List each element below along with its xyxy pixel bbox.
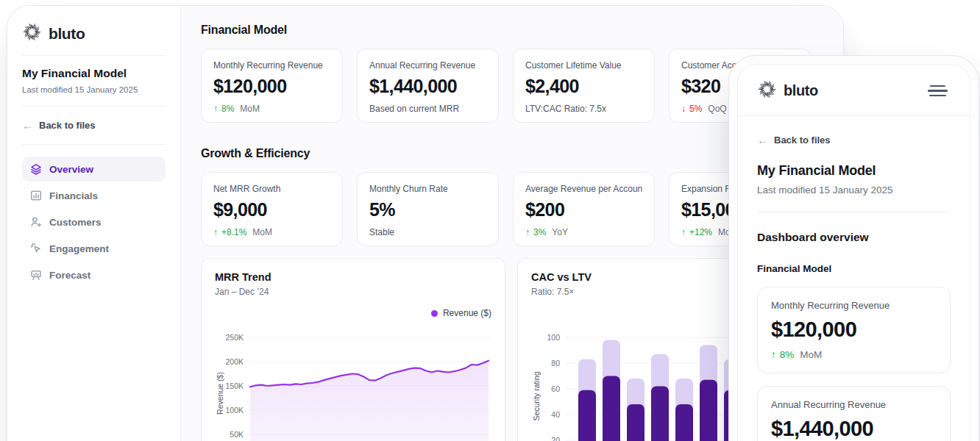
brand-logo: bluto: [22, 21, 166, 55]
divider: [757, 212, 951, 212]
brand-name: bluto: [784, 82, 818, 99]
user-plus-icon: [30, 216, 42, 228]
sidebar-item-customers[interactable]: Customers: [22, 209, 166, 234]
kpi-card: Monthly Recurring Revenue$120,000↑8%MoM: [757, 287, 951, 373]
kpi-value: $1,440,000: [369, 76, 486, 97]
sunburst-logo-icon: [757, 79, 777, 102]
kpi-delta: ↑+8.1%MoM: [213, 227, 330, 237]
kpi-card: Net MRR Growth$9,000↑+8.1%MoM: [201, 172, 343, 246]
svg-text:20: 20: [551, 436, 560, 441]
mrr-trend-chart-card: MRR Trend Jan – Dec ’24 Revenue ($) 250K…: [201, 258, 505, 441]
svg-text:150K: 150K: [225, 381, 244, 390]
sidebar-item-label: Engagement: [49, 243, 109, 254]
last-modified: Last modified 15 January 2025: [757, 184, 951, 196]
chart-title: MRR Trend: [215, 271, 491, 283]
kpi-delta: ↑8%MoM: [771, 349, 937, 360]
kpi-card: Annual Recurring Revenue$1,440,000Based …: [757, 386, 951, 441]
arrow-up-icon: ↑: [213, 227, 218, 237]
svg-text:200K: 200K: [225, 357, 244, 366]
kpi-note: Stable: [369, 227, 486, 237]
kpi-value: $120,000: [213, 76, 330, 97]
kpi-note: LTV:CAC Ratio: 7.5x: [525, 104, 642, 114]
bar-chart-icon: [30, 190, 42, 201]
back-arrow-icon: ←: [22, 120, 33, 131]
svg-text:40: 40: [551, 410, 560, 419]
sidebar-item-label: Forecast: [49, 270, 90, 281]
svg-text:250K: 250K: [225, 333, 244, 342]
kpi-delta-unit: QoQ: [708, 104, 726, 114]
arrow-up-icon: ↑: [213, 104, 218, 114]
desktop-window: bluto My Financial Model Last modified 1…: [7, 6, 843, 441]
sidebar-item-label: Financials: [49, 190, 98, 201]
sidebar-item-forecast[interactable]: Forecast: [22, 262, 166, 287]
sidebar-nav: OverviewFinancialsCustomersEngagementFor…: [22, 145, 166, 287]
document-title: My Financial Model: [757, 163, 951, 179]
kpi-card: Customer Lifetime Value$2,400LTV:CAC Rat…: [513, 49, 655, 123]
kpi-delta-percent: 8%: [221, 104, 234, 114]
kpi-delta-unit: MoM: [252, 227, 272, 237]
arrow-up-icon: ↑: [771, 349, 776, 360]
kpi-note: Based on current MRR: [369, 104, 486, 114]
kpi-label: Average Revenue per Account: [525, 184, 642, 194]
phone-mockup: bluto ← Back to files My Financial Model…: [729, 56, 979, 441]
legend-dot-icon: [431, 310, 438, 317]
sidebar-item-engagement[interactable]: Engagement: [22, 236, 166, 261]
kpi-card: Monthly Recurring Revenue$120,000↑8%MoM: [201, 49, 343, 123]
sidebar-item-financials[interactable]: Financials: [22, 183, 166, 208]
divider: [738, 115, 970, 116]
sidebar-item-label: Customers: [49, 217, 102, 228]
kpi-value: $9,000: [213, 199, 330, 220]
kpi-delta-unit: MoM: [800, 349, 822, 360]
section-title: Dashboard overview: [757, 231, 951, 244]
kpi-delta: ↑3%YoY: [525, 227, 642, 237]
arrow-up-icon: ↑: [681, 227, 686, 237]
kpi-delta-percent: 8%: [780, 349, 795, 360]
layers-icon: [30, 163, 42, 175]
kpi-delta-percent: 5%: [689, 104, 702, 114]
svg-text:80: 80: [551, 359, 560, 368]
kpi-delta-percent: +8.1%: [221, 227, 246, 237]
chart-legend: Revenue ($): [215, 306, 491, 320]
sidebar-item-overview[interactable]: Overview: [22, 157, 166, 182]
kpi-delta-unit: MoM: [240, 104, 260, 114]
kpi-delta: ↑8%MoM: [213, 104, 330, 114]
svg-text:Security rating: Security rating: [532, 371, 541, 420]
back-to-files-link[interactable]: ← Back to files: [22, 107, 166, 144]
kpi-value: $200: [525, 199, 642, 220]
last-modified: Last modified 15 January 2025: [22, 85, 166, 94]
kpi-delta-unit: YoY: [552, 227, 568, 237]
kpi-label: Net MRR Growth: [213, 184, 330, 194]
brand-logo: bluto: [757, 79, 818, 102]
arrow-down-icon: ↓: [681, 104, 686, 114]
brand-name: bluto: [49, 25, 85, 43]
sunburst-logo-icon: [22, 22, 42, 45]
svg-text:Revenue ($): Revenue ($): [216, 372, 224, 415]
sparkle-cursor-icon: [30, 243, 42, 254]
kpi-value: $2,400: [525, 76, 642, 97]
mrr-trend-chart: 250K200K150K100K50KRevenue ($): [215, 321, 493, 441]
subsection-title: Financial Model: [757, 263, 951, 274]
kpi-label: Annual Recurring Revenue: [369, 60, 486, 71]
kpi-delta-percent: 3%: [533, 227, 546, 237]
hamburger-menu-icon[interactable]: [925, 82, 951, 100]
kpi-value: $1,440,000: [771, 417, 937, 441]
document-title: My Financial Model: [22, 67, 166, 80]
kpi-label: Annual Recurring Revenue: [771, 399, 937, 410]
svg-text:60: 60: [551, 384, 560, 393]
page-title: Financial Model: [201, 24, 843, 37]
chart-subtitle: Jan – Dec ’24: [215, 287, 491, 297]
sidebar: bluto My Financial Model Last modified 1…: [7, 6, 181, 441]
kpi-card: Annual Recurring Revenue$1,440,000Based …: [357, 49, 499, 123]
back-to-files-link[interactable]: ← Back to files: [757, 135, 951, 146]
phone-kpi-list: Monthly Recurring Revenue$120,000↑8%MoMA…: [757, 287, 951, 441]
legend-label: Revenue ($): [443, 308, 491, 318]
kpi-label: Monthly Recurring Revenue: [771, 300, 937, 311]
svg-text:100K: 100K: [225, 406, 244, 415]
kpi-card: Monthly Churn Rate5%Stable: [357, 172, 499, 246]
svg-text:100: 100: [547, 333, 560, 342]
sidebar-item-label: Overview: [49, 164, 93, 175]
kpi-value: 5%: [369, 199, 486, 220]
kpi-value: $120,000: [771, 318, 937, 342]
kpi-card: Average Revenue per Account$200↑3%YoY: [513, 172, 655, 246]
kpi-label: Monthly Recurring Revenue: [213, 60, 330, 71]
